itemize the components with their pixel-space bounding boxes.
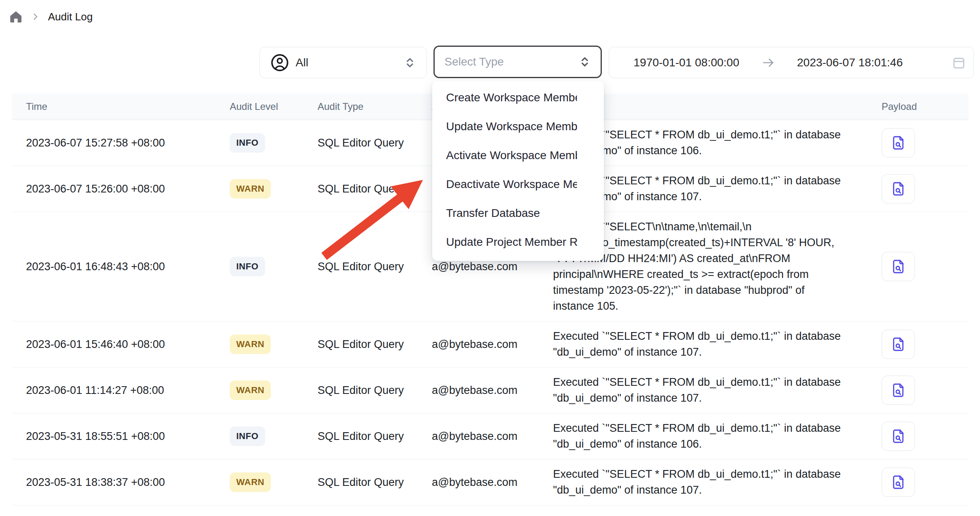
audit-level-badge: WARN bbox=[230, 380, 271, 400]
row-audit-type: SQL Editor Query bbox=[313, 430, 427, 443]
row-comment: Executed `"SELECT * FROM db_ui_demo.t1;"… bbox=[553, 374, 874, 406]
file-search-icon bbox=[890, 428, 906, 444]
row-audit-type: SQL Editor Query bbox=[313, 476, 427, 489]
row-comment: Executed `"SELECT * FROM db_ui_demo.t1;"… bbox=[553, 466, 874, 498]
file-search-icon bbox=[890, 135, 906, 151]
row-actor: a@bytebase.com bbox=[427, 260, 553, 273]
row-audit-type: SQL Editor Query bbox=[313, 260, 427, 273]
row-time: 2023-06-07 15:27:58 +08:00 bbox=[12, 137, 224, 149]
row-audit-level: WARN bbox=[224, 380, 313, 400]
table-row: 2023-06-01 15:46:40 +08:00WARNSQL Editor… bbox=[12, 321, 969, 367]
date-range-picker[interactable]: 1970-01-01 08:00:00 2023-06-07 18:01:46 bbox=[609, 47, 974, 78]
type-dropdown-option-label: Create Workspace Member bbox=[446, 91, 577, 104]
person-circle-icon bbox=[270, 53, 289, 72]
payload-view-button[interactable] bbox=[882, 376, 915, 405]
table-row: 2023-06-01 11:14:27 +08:00WARNSQL Editor… bbox=[12, 367, 969, 413]
row-payload bbox=[874, 422, 969, 451]
chevron-updown-icon bbox=[579, 55, 591, 69]
row-audit-level: WARN bbox=[224, 179, 313, 199]
audit-level-badge: WARN bbox=[230, 335, 271, 354]
row-audit-level: INFO bbox=[224, 257, 313, 276]
header-audit-type: Audit Type bbox=[313, 101, 427, 112]
next-row-sliver bbox=[12, 505, 969, 512]
type-dropdown-option[interactable]: Update Workspace Member bbox=[432, 112, 604, 141]
row-payload bbox=[874, 376, 969, 405]
row-actor: a@bytebase.com bbox=[427, 384, 553, 397]
table-row: 2023-05-31 18:38:37 +08:00WARNSQL Editor… bbox=[12, 459, 969, 505]
payload-view-button[interactable] bbox=[882, 422, 915, 451]
row-payload bbox=[874, 468, 969, 497]
row-actor: a@bytebase.com bbox=[427, 338, 553, 351]
row-audit-level: INFO bbox=[224, 426, 313, 446]
breadcrumb: Audit Log bbox=[9, 10, 93, 24]
audit-level-badge: WARN bbox=[230, 472, 271, 492]
row-audit-type: SQL Editor Query bbox=[313, 137, 427, 149]
calendar-icon bbox=[952, 55, 966, 70]
row-time: 2023-05-31 18:38:37 +08:00 bbox=[12, 476, 224, 489]
home-icon[interactable] bbox=[9, 10, 23, 24]
payload-view-button[interactable] bbox=[882, 330, 915, 359]
file-search-icon bbox=[890, 336, 906, 352]
date-range-end: 2023-06-07 18:01:46 bbox=[797, 56, 903, 69]
row-time: 2023-05-31 18:55:51 +08:00 bbox=[12, 430, 224, 443]
header-audit-level: Audit Level bbox=[224, 101, 313, 112]
row-payload bbox=[874, 252, 969, 281]
row-audit-level: WARN bbox=[224, 335, 313, 354]
type-filter-placeholder: Select Type bbox=[444, 55, 504, 68]
type-dropdown-option-label: Activate Workspace Member bbox=[446, 149, 577, 162]
audit-level-badge: WARN bbox=[230, 179, 271, 199]
header-payload: Payload bbox=[874, 101, 969, 112]
type-dropdown-option-label: Deactivate Workspace Member bbox=[446, 178, 577, 191]
actor-filter-value: All bbox=[296, 56, 308, 69]
payload-view-button[interactable] bbox=[882, 468, 915, 497]
file-search-icon bbox=[890, 474, 906, 490]
row-payload bbox=[874, 330, 969, 359]
page-title: Audit Log bbox=[48, 11, 93, 23]
row-time: 2023-06-01 15:46:40 +08:00 bbox=[12, 338, 224, 351]
audit-log-page: Audit Log All Select Type 1970-01-01 08:… bbox=[0, 0, 980, 516]
type-dropdown-option-label: Transfer Database bbox=[446, 207, 577, 220]
row-payload bbox=[874, 128, 969, 157]
type-dropdown-option[interactable]: Transfer Database bbox=[432, 199, 604, 227]
file-search-icon bbox=[890, 258, 906, 275]
type-dropdown-option-label: Update Project Member Role bbox=[446, 236, 577, 249]
row-actor: a@bytebase.com bbox=[427, 476, 553, 489]
file-search-icon bbox=[890, 181, 906, 197]
row-actor: a@bytebase.com bbox=[427, 430, 553, 443]
date-range-start: 1970-01-01 08:00:00 bbox=[634, 56, 739, 69]
breadcrumb-chevron-icon bbox=[31, 12, 40, 21]
row-audit-type: SQL Editor Query bbox=[313, 384, 427, 397]
payload-view-button[interactable] bbox=[882, 128, 915, 157]
row-payload bbox=[874, 174, 969, 203]
audit-level-badge: INFO bbox=[230, 257, 265, 276]
type-dropdown-option[interactable]: Deactivate Workspace Member bbox=[432, 170, 604, 199]
header-time: Time bbox=[12, 101, 224, 112]
row-audit-type: SQL Editor Query bbox=[313, 338, 427, 351]
actor-filter-select[interactable]: All bbox=[259, 47, 427, 78]
row-audit-level: INFO bbox=[224, 133, 313, 153]
arrow-right-icon bbox=[761, 56, 775, 70]
type-dropdown-option[interactable]: Activate Workspace Member bbox=[432, 141, 604, 170]
type-dropdown-option[interactable]: Create Workspace Member bbox=[432, 83, 604, 112]
payload-view-button[interactable] bbox=[882, 252, 915, 281]
row-audit-type: SQL Editor Query bbox=[313, 183, 427, 195]
row-comment: Executed `"SELECT * FROM db_ui_demo.t1;"… bbox=[553, 420, 874, 452]
table-row: 2023-05-31 18:55:51 +08:00INFOSQL Editor… bbox=[12, 413, 969, 459]
chevron-updown-icon bbox=[404, 56, 416, 70]
payload-view-button[interactable] bbox=[882, 174, 915, 203]
row-time: 2023-06-07 15:26:00 +08:00 bbox=[12, 183, 224, 195]
type-dropdown-option-label: Update Workspace Member bbox=[446, 120, 577, 133]
type-filter-select[interactable]: Select Type bbox=[433, 46, 602, 78]
row-time: 2023-06-01 16:48:43 +08:00 bbox=[12, 260, 224, 273]
row-time: 2023-06-01 11:14:27 +08:00 bbox=[12, 384, 224, 397]
row-comment: Executed `"SELECT * FROM db_ui_demo.t1;"… bbox=[553, 328, 874, 360]
audit-level-badge: INFO bbox=[230, 133, 265, 153]
row-audit-level: WARN bbox=[224, 472, 313, 492]
audit-level-badge: INFO bbox=[230, 426, 265, 446]
type-dropdown-option[interactable]: Update Project Member Role bbox=[432, 227, 604, 256]
type-dropdown-menu: Create Workspace MemberUpdate Workspace … bbox=[432, 81, 604, 261]
file-search-icon bbox=[890, 382, 906, 398]
